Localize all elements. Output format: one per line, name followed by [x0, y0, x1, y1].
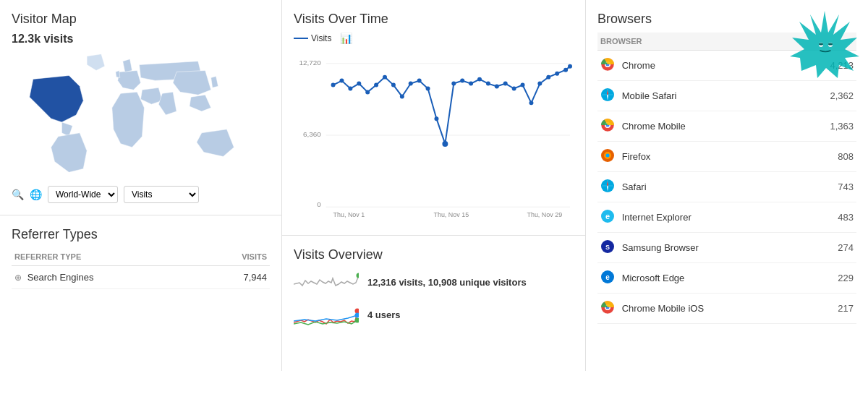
col-visits: VISITS: [201, 248, 270, 266]
browser-name: Chrome Mobile iOS: [622, 303, 704, 314]
browser-icon-firefox: [600, 148, 615, 165]
referrer-types-section: Referrer Types REFERRER TYPE VISITS ⊕ Se…: [0, 215, 281, 371]
visits-chart: 12,720 6,360 0 Thu, Nov 1 Thu, Nov 15 Th…: [294, 50, 574, 223]
browser-name-cell: Chrome Mobile iOS: [597, 294, 801, 324]
browser-icon-safari: [600, 179, 615, 195]
browsers-section: Browsers BROWSER: [586, 0, 868, 371]
browser-name-cell: S Samsung Browser: [597, 233, 801, 263]
svg-point-26: [477, 77, 482, 82]
visits-over-time-section: Visits Over Time Visits 📊 12,720 6,360 0: [282, 0, 585, 236]
overview-stats: 12,316 visits, 10,908 unique visitors 4 …: [294, 270, 574, 328]
referrer-name: ⊕ Search Engines: [12, 266, 201, 289]
legend-dash: [294, 38, 308, 39]
browser-icon-chrome: [600, 300, 615, 317]
svg-point-32: [529, 100, 533, 105]
svg-point-41: [355, 313, 359, 318]
svg-point-46: [828, 43, 833, 46]
browser-count: 808: [801, 142, 856, 172]
svg-point-33: [537, 82, 542, 86]
col-referrer-type: REFERRER TYPE: [12, 248, 201, 266]
visitor-map-section: Visitor Map 12.3k visits: [0, 0, 281, 215]
browser-count: 274: [801, 233, 856, 263]
mini-chart-2: [294, 302, 359, 328]
browser-count: 1,363: [801, 111, 856, 142]
svg-point-9: [331, 83, 336, 87]
browser-count: 217: [801, 294, 856, 324]
svg-point-31: [521, 83, 525, 87]
svg-point-23: [451, 82, 456, 86]
overview-stat-1: 12,316 visits, 10,908 unique visitors: [367, 277, 527, 288]
svg-point-35: [555, 72, 559, 76]
browser-name: Chrome: [622, 60, 655, 71]
browser-name-cell: Chrome: [597, 51, 801, 81]
globe-icon[interactable]: 🌐: [30, 189, 42, 200]
svg-point-22: [442, 141, 448, 147]
svg-point-15: [383, 75, 387, 80]
svg-point-37: [568, 64, 572, 69]
browser-name-cell: Safari: [597, 172, 801, 202]
chart-export-icon[interactable]: 📊: [340, 33, 352, 44]
referrer-count: 7,944: [201, 266, 270, 289]
browser-icon-chrome: [600, 57, 615, 74]
browser-count: 743: [801, 172, 856, 202]
middle-column: Visits Over Time Visits 📊 12,720 6,360 0: [282, 0, 586, 371]
visitor-map-title: Visitor Map: [12, 12, 270, 27]
svg-text:6,360: 6,360: [303, 130, 321, 138]
svg-text:e: e: [605, 212, 610, 221]
browser-name-cell: Chrome Mobile: [597, 111, 801, 142]
browser-icon-chrome: [600, 118, 615, 134]
zoom-icon[interactable]: 🔍: [12, 189, 24, 200]
svg-point-39: [355, 309, 359, 314]
browser-row: S Samsung Browser 274: [597, 233, 856, 263]
left-column: Visitor Map 12.3k visits: [0, 0, 282, 371]
svg-point-20: [426, 87, 430, 91]
browser-row: Mobile Safari 2,362: [597, 81, 856, 111]
browser-name: Internet Explorer: [622, 212, 692, 223]
svg-text:S: S: [605, 244, 610, 251]
overview-stat-2: 4 users: [367, 309, 401, 320]
browser-name-cell: Mobile Safari: [597, 81, 801, 111]
legend-label: Visits: [311, 33, 331, 43]
svg-point-17: [400, 94, 404, 98]
svg-point-45: [819, 43, 823, 46]
referrer-types-title: Referrer Types: [12, 227, 270, 242]
dashboard: Visitor Map 12.3k visits: [0, 0, 868, 402]
browser-count: 483: [801, 202, 856, 233]
browser-count: 2,362: [801, 81, 856, 111]
browser-name: Microsoft Edge: [622, 273, 685, 283]
svg-point-38: [357, 273, 359, 278]
browser-icon-edge: e: [600, 270, 615, 286]
svg-text:Thu, Nov 15: Thu, Nov 15: [434, 211, 469, 218]
overview-row-1: 12,316 visits, 10,908 unique visitors: [294, 270, 574, 295]
region-select[interactable]: World-Wide Americas Europe Asia: [48, 186, 118, 203]
svg-point-10: [340, 79, 344, 83]
referrer-row: ⊕ Search Engines 7,944: [12, 266, 270, 289]
browser-count: 229: [801, 263, 856, 294]
metric-select[interactable]: Visits Pageviews Bounce Rate: [124, 186, 199, 203]
browser-row: Firefox 808: [597, 142, 856, 172]
svg-text:Thu, Nov 29: Thu, Nov 29: [527, 211, 563, 218]
svg-text:Thu, Nov 1: Thu, Nov 1: [333, 211, 365, 218]
svg-point-34: [546, 75, 550, 80]
browser-name-cell: e Internet Explorer: [597, 202, 801, 233]
svg-point-24: [460, 79, 464, 83]
browser-row: Chrome Mobile 1,363: [597, 111, 856, 142]
visits-overview-title: Visits Overview: [294, 247, 574, 262]
svg-text:0: 0: [317, 200, 321, 208]
browser-icon-samsung: S: [600, 239, 615, 256]
visitor-map-visits: 12.3k visits: [12, 33, 270, 46]
expand-icon[interactable]: ⊕: [14, 273, 22, 283]
svg-point-21: [434, 116, 438, 121]
svg-point-12: [357, 82, 361, 86]
svg-point-29: [503, 82, 508, 86]
burst-decoration: [788, 7, 861, 80]
browser-row: e Internet Explorer 483: [597, 202, 856, 233]
svg-marker-42: [790, 11, 859, 78]
svg-point-25: [469, 82, 473, 86]
world-map: [12, 50, 270, 180]
browser-icon-safari: [600, 87, 615, 104]
browser-name-cell: Firefox: [597, 142, 801, 172]
referrer-table: REFERRER TYPE VISITS ⊕ Search Engines 7,…: [12, 248, 270, 289]
svg-point-28: [495, 85, 499, 89]
browser-name: Mobile Safari: [622, 90, 677, 101]
